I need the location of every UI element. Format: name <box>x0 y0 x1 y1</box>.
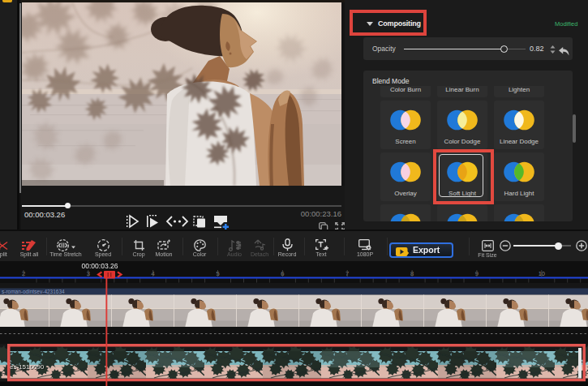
svg-text:s-roman-odintsev-4231634: s-roman-odintsev-4231634 <box>2 289 65 294</box>
svg-text:es-1510090: es-1510090 <box>10 363 45 371</box>
svg-text:00:00:03.26: 00:00:03.26 <box>82 262 118 270</box>
